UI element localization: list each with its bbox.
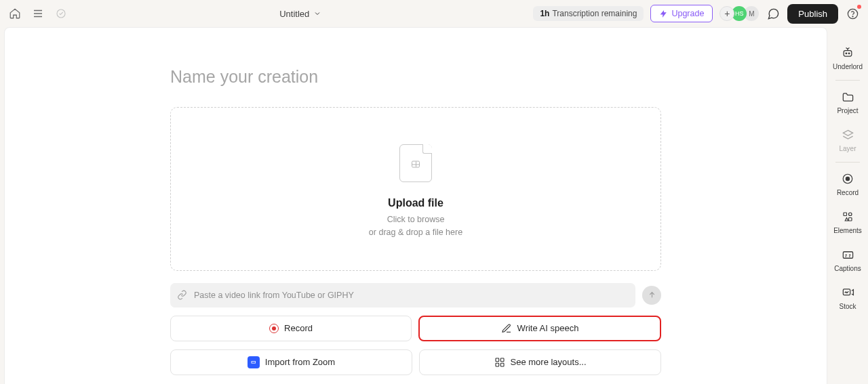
upload-line2: or drag & drop a file here: [369, 228, 462, 237]
notification-dot: [857, 5, 861, 9]
svg-rect-14: [849, 218, 852, 221]
title-input[interactable]: Name your creation: [170, 67, 633, 87]
rail-record-label: Record: [837, 189, 859, 196]
menu-icon[interactable]: [31, 7, 45, 20]
divider: [835, 80, 860, 81]
svg-rect-5: [496, 363, 499, 366]
import-zoom-button[interactable]: ▭ Import from Zoom: [170, 349, 412, 375]
zoom-icon: ▭: [248, 356, 260, 368]
see-layouts-button[interactable]: See more layouts...: [419, 349, 661, 375]
publish-label: Publish: [798, 9, 827, 19]
record-label: Record: [284, 323, 313, 333]
bolt-icon: [659, 9, 668, 18]
divider: [835, 162, 860, 163]
pen-icon: [501, 323, 512, 334]
avatar-group[interactable]: + HS M: [719, 6, 759, 21]
upload-title: Upload file: [388, 197, 443, 209]
upgrade-button[interactable]: Upgrade: [650, 5, 713, 22]
upload-line1: Click to browse: [387, 215, 445, 224]
svg-rect-6: [500, 363, 504, 366]
rail-stock-label: Stock: [839, 303, 856, 310]
record-circle-icon: [841, 172, 854, 186]
rail-stock[interactable]: Stock: [827, 279, 868, 317]
topbar-right: 1h Transcription remaining Upgrade + HS …: [533, 4, 860, 24]
topbar: Untitled 1h Transcription remaining Upgr…: [0, 0, 868, 27]
record-button[interactable]: Record: [170, 316, 412, 341]
svg-rect-15: [843, 251, 852, 258]
rail-captions-label: Captions: [834, 265, 861, 272]
rail-project-label: Project: [837, 107, 858, 114]
home-icon[interactable]: [8, 7, 22, 20]
svg-rect-3: [496, 358, 499, 362]
rail-elements-label: Elements: [833, 227, 862, 234]
grid-icon: [494, 357, 505, 368]
write-ai-label: Write AI speech: [517, 323, 579, 333]
right-rail: Underlord Project Layer Record Ele: [827, 27, 868, 384]
zoom-label: Import from Zoom: [265, 357, 335, 367]
record-icon: [269, 324, 279, 333]
svg-point-11: [846, 177, 849, 180]
action-row-1: Record Write AI speech: [170, 316, 661, 341]
comments-icon[interactable]: [766, 6, 781, 21]
shapes-icon: [841, 210, 854, 223]
stock-icon: [841, 286, 854, 299]
layouts-label: See more layouts...: [511, 357, 587, 367]
transcription-label: Transcription remaining: [552, 9, 637, 18]
rail-captions[interactable]: Captions: [827, 241, 868, 279]
link-icon: [177, 290, 187, 300]
document-title[interactable]: Untitled: [68, 9, 533, 19]
rail-underlord[interactable]: Underlord: [827, 39, 868, 77]
transcription-hours: 1h: [540, 9, 549, 18]
svg-point-8: [846, 53, 847, 54]
svg-rect-12: [844, 213, 847, 216]
rail-elements[interactable]: Elements: [827, 203, 868, 241]
svg-rect-7: [844, 51, 852, 56]
content: Name your creation Upload file Click to …: [0, 27, 868, 384]
rail-layer-label: Layer: [839, 145, 856, 152]
folder-icon: [841, 90, 854, 104]
svg-point-2: [852, 16, 853, 16]
rail-project[interactable]: Project: [827, 83, 868, 121]
file-icon: [394, 142, 437, 185]
publish-button[interactable]: Publish: [787, 4, 838, 24]
editor-inner: Name your creation Upload file Click to …: [199, 28, 633, 384]
link-input-wrap[interactable]: [170, 283, 635, 307]
rail-record[interactable]: Record: [827, 165, 868, 203]
layers-icon: [841, 128, 854, 142]
robot-icon: [841, 46, 854, 60]
svg-point-9: [848, 53, 850, 54]
upload-subtext: Click to browse or drag & drop a file he…: [369, 213, 462, 239]
svg-rect-4: [500, 358, 504, 362]
action-row-2: ▭ Import from Zoom See more layouts...: [170, 349, 661, 375]
transcription-badge[interactable]: 1h Transcription remaining: [533, 6, 644, 21]
upload-dropzone[interactable]: Upload file Click to browse or drag & dr…: [170, 107, 661, 271]
help-button[interactable]: [845, 6, 860, 21]
rail-underlord-label: Underlord: [833, 63, 863, 70]
write-ai-speech-button[interactable]: Write AI speech: [418, 316, 661, 341]
upgrade-label: Upgrade: [671, 9, 704, 18]
chevron-down-icon: [313, 9, 321, 18]
avatar-add[interactable]: +: [719, 6, 734, 21]
document-title-text: Untitled: [279, 9, 309, 19]
link-submit-button[interactable]: [642, 286, 661, 305]
editor-area: Name your creation Upload file Click to …: [4, 27, 827, 384]
title-placeholder-text: Name your creation: [170, 67, 318, 86]
svg-point-13: [849, 213, 852, 216]
save-status-icon: [54, 7, 68, 20]
captions-icon: [841, 248, 854, 261]
link-row: [170, 283, 661, 307]
link-input[interactable]: [194, 291, 629, 300]
topbar-left: [8, 7, 68, 20]
rail-layer: Layer: [827, 121, 868, 159]
